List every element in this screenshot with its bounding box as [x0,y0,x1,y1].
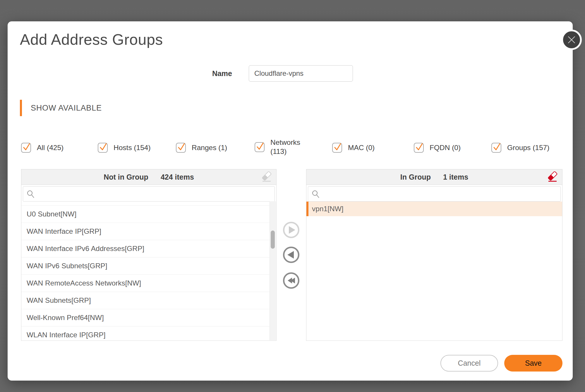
filter-mac[interactable]: MAC (0) [332,143,375,153]
search-input[interactable] [23,186,275,202]
filter-label: All (425) [37,144,64,152]
move-all-left-button[interactable] [283,272,299,289]
in-group-search [308,186,561,202]
list-item[interactable]: Well-Known Pref64[NW] [21,309,270,326]
scrollbar-thumb[interactable] [271,231,275,249]
not-in-group-search [23,186,275,202]
move-left-button[interactable] [283,247,299,263]
accent-bar [20,100,22,116]
add-address-groups-dialog: Add Address Groups Name SHOW AVAILABLE A… [8,21,573,381]
show-available-section: SHOW AVAILABLE [20,100,102,116]
scrollbar-track [270,201,276,340]
check-icon [333,142,342,152]
checkbox-ranges[interactable] [176,143,186,153]
not-in-group-panel: Not in Group 424 items U0 Subnet[NW] [21,169,277,341]
filter-label: Hosts (154) [114,144,151,152]
checkbox-groups[interactable] [491,143,501,153]
filter-label: Networks (113) [270,138,307,156]
search-input[interactable] [308,186,561,202]
search-icon [311,190,320,200]
list-item[interactable]: WLAN Interface IP[GRP] [21,326,270,340]
cancel-button[interactable]: Cancel [440,355,498,372]
selected-list-item[interactable]: vpn1[NW] [306,202,562,216]
filter-hosts[interactable]: Hosts (154) [98,143,151,153]
arrow-right-icon [289,226,295,234]
clear-selection-button[interactable] [260,171,273,183]
save-button[interactable]: Save [504,355,562,372]
list-item[interactable]: WAN Interface IPv6 Addresses[GRP] [21,240,270,257]
list-item[interactable]: WAN RemoteAccess Networks[NW] [21,275,270,292]
arrow-left-icon [287,251,294,259]
check-icon [22,142,31,152]
move-right-button[interactable] [283,222,299,238]
close-button[interactable] [561,30,582,50]
filter-all[interactable]: All (425) [21,143,64,153]
checkbox-mac[interactable] [332,143,342,153]
filter-fqdn[interactable]: FQDN (0) [414,143,461,153]
panel-title: Not in Group [104,173,148,181]
eraser-icon [260,171,273,183]
checkbox-networks[interactable] [255,142,265,152]
search-icon [26,190,35,200]
list-item[interactable]: WAN Interface IP[GRP] [21,223,270,240]
checkbox-all[interactable] [21,143,31,153]
page-title: Add Address Groups [20,31,163,48]
check-icon [255,142,265,151]
list-item[interactable]: WAN IPv6 Subnets[GRP] [21,257,270,275]
checkbox-hosts[interactable] [98,143,108,153]
check-icon [177,142,186,152]
in-group-panel: In Group 1 items vpn1[NW] [306,169,562,341]
not-in-group-header: Not in Group 424 items [21,169,276,185]
check-icon [492,142,502,152]
name-input[interactable] [249,65,353,82]
in-group-list: vpn1[NW] [306,202,562,340]
check-icon [99,142,108,152]
double-arrow-left-icon [291,278,295,283]
eraser-icon [546,171,559,183]
checkbox-fqdn[interactable] [414,143,424,153]
filter-label: Ranges (1) [192,144,227,152]
filter-networks[interactable]: Networks (113) [255,138,307,156]
panel-count: 424 items [161,173,194,181]
panel-title: In Group [400,173,431,181]
section-heading: SHOW AVAILABLE [31,104,102,113]
filter-label: MAC (0) [348,144,375,152]
filter-groups[interactable]: Groups (157) [491,143,549,153]
panel-count: 1 items [443,173,468,181]
filter-label: FQDN (0) [430,144,461,152]
clear-group-button[interactable] [546,171,559,183]
check-icon [415,142,424,152]
list-item[interactable]: WAN Subnets[GRP] [21,292,270,309]
filter-ranges[interactable]: Ranges (1) [176,143,227,153]
not-in-group-list: U0 Subnet[NW] WAN Interface IP[GRP] WAN … [21,202,276,340]
in-group-header: In Group 1 items [306,169,562,185]
list-item[interactable]: U0 Subnet[NW] [21,206,270,223]
name-label: Name [188,69,232,78]
list-item-partial [21,202,270,206]
filter-label: Groups (157) [507,144,549,152]
